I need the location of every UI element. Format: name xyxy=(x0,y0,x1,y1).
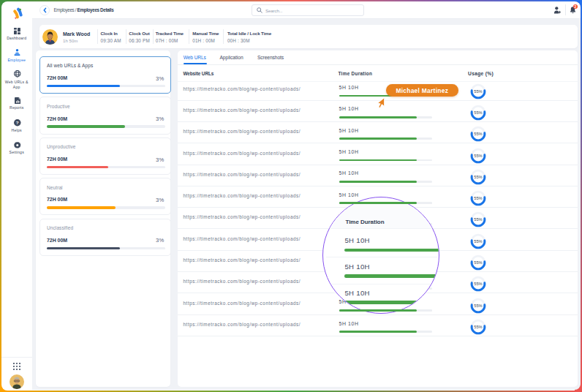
svg-text:55%: 55% xyxy=(474,89,482,94)
svg-text:55%: 55% xyxy=(474,175,482,179)
svg-text:55%: 55% xyxy=(474,217,482,222)
svg-text:55%: 55% xyxy=(474,260,482,265)
svg-text:?: ? xyxy=(16,120,19,125)
svg-text:55%: 55% xyxy=(474,196,482,200)
svg-text:55%: 55% xyxy=(474,325,482,329)
svg-text:55%: 55% xyxy=(474,282,482,286)
svg-text:55%: 55% xyxy=(474,304,482,308)
svg-text:55%: 55% xyxy=(474,110,482,115)
svg-text:55%: 55% xyxy=(474,132,482,136)
svg-text:55%: 55% xyxy=(474,239,482,244)
svg-text:55%: 55% xyxy=(474,154,482,158)
